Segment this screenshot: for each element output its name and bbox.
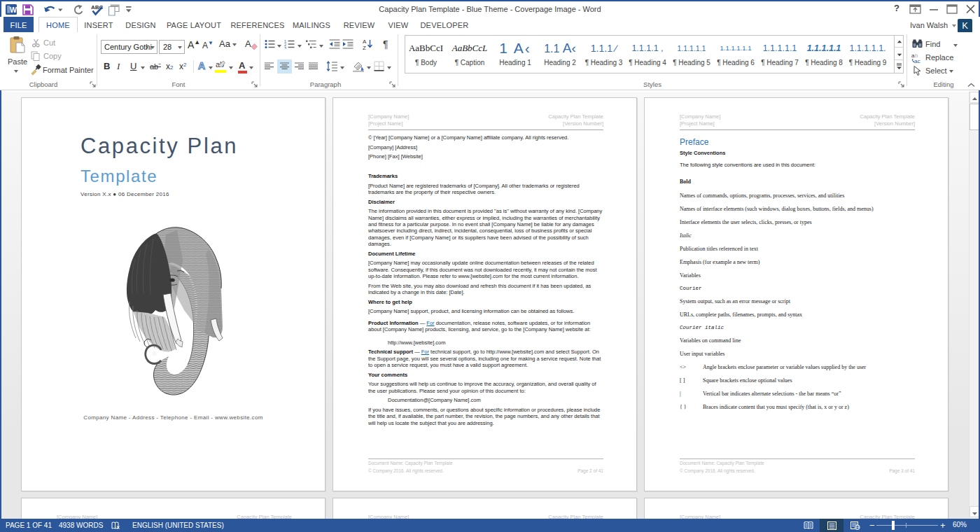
svg-text:Z: Z [363,45,366,50]
svg-text:W: W [10,6,17,14]
svg-text:A: A [245,38,251,49]
svg-text:A: A [363,38,367,45]
svg-text:ac: ac [914,58,920,63]
svg-text:3: 3 [284,46,286,50]
